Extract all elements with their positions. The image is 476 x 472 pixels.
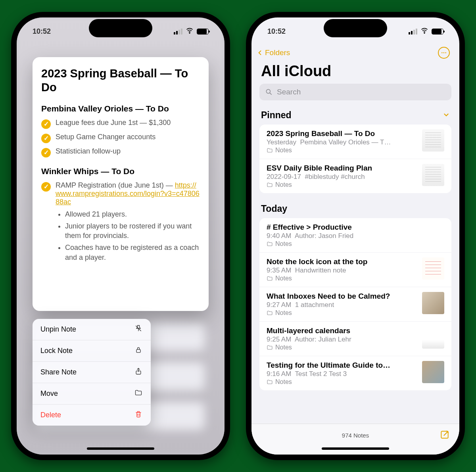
context-menu: Unpin Note Lock Note Share Note Move [33, 319, 151, 426]
share-icon [134, 367, 143, 377]
search-input[interactable]: Search [259, 84, 451, 100]
home-indicator[interactable] [87, 447, 154, 450]
checklist-item: ✓Statistician follow-up [41, 145, 200, 159]
note-row[interactable]: What Inboxes Need to be Calmed?9:27 AM 1… [259, 287, 451, 322]
checklist-item: ✓Setup Game Changer accounts [41, 131, 200, 145]
menu-move[interactable]: Move [33, 383, 151, 405]
check-icon: ✓ [41, 182, 51, 192]
svg-point-7 [266, 89, 270, 93]
note-row-folder: Notes [267, 378, 416, 386]
note-row[interactable]: Testing for the Ultimate Guide to…9:16 A… [259, 356, 451, 390]
note-row-folder: Notes [267, 181, 416, 188]
section-heading: Pembina Valley Orioles — To Do [41, 104, 200, 113]
compose-button[interactable] [440, 430, 450, 441]
check-icon: ✓ [41, 119, 51, 129]
note-title: 2023 Spring Baseball — To Do [41, 67, 200, 94]
nav-bar: Folders [251, 45, 459, 61]
svg-rect-1 [136, 349, 140, 353]
note-thumbnail [422, 292, 444, 314]
page-title: All iCloud [251, 61, 459, 84]
folder-icon [134, 389, 143, 399]
note-row-title: 2023 Spring Baseball — To Do [267, 129, 416, 138]
note-row-subtitle: 2022-09-17 #biblestudy #church [267, 173, 416, 181]
svg-point-5 [443, 52, 445, 54]
cellular-icon [174, 29, 182, 35]
note-thumbnail [422, 257, 444, 280]
note-row-subtitle: 9:27 AM 1 attachment [267, 301, 416, 309]
note-thumbnail [422, 361, 444, 383]
search-icon [265, 88, 273, 96]
checklist-item: ✓ RAMP Registration (due June 1st) — htt… [41, 179, 200, 208]
check-icon: ✓ [41, 148, 51, 157]
battery-icon [432, 29, 443, 35]
section-pinned[interactable]: Pinned [251, 106, 459, 123]
note-row[interactable]: 2023 Spring Baseball — To DoYesterday Pe… [259, 125, 451, 159]
menu-lock[interactable]: Lock Note [33, 340, 151, 362]
note-row-folder: Notes [267, 240, 444, 248]
note-row-subtitle: 9:40 AM Author: Jason Fried [267, 232, 444, 240]
cellular-icon [409, 29, 417, 35]
section-today: Today [251, 200, 459, 217]
note-row-subtitle: Yesterday Pembina Valley Orioles — T… [267, 138, 416, 146]
check-icon: ✓ [41, 134, 51, 143]
note-row-title: Testing for the Ultimate Guide to… [267, 361, 416, 370]
status-time: 10:52 [33, 27, 51, 36]
phone-left: 10:52 2023 Spring Baseball — To Do Pembi… [11, 12, 230, 460]
menu-unpin[interactable]: Unpin Note [33, 319, 151, 340]
note-row-folder: Notes [267, 274, 416, 282]
svg-point-6 [445, 52, 446, 54]
today-notes-list: # Effective > Productive9:40 AM Author: … [259, 218, 451, 390]
back-button[interactable]: Folders [257, 48, 290, 57]
svg-point-0 [189, 33, 190, 33]
chevron-down-icon [443, 110, 450, 121]
more-button[interactable] [438, 47, 450, 59]
status-time: 10:52 [267, 27, 286, 36]
sub-bullets: Allowed 21 players. Junior players to be… [41, 208, 200, 263]
note-row-folder: Notes [267, 343, 416, 351]
note-row-subtitle: 9:25 AM Author: Julian Lehr [267, 335, 416, 343]
note-row[interactable]: ESV Daily Bible Reading Plan2022-09-17 #… [259, 159, 451, 193]
note-row-title: Multi-layered calendars [267, 326, 416, 335]
unpin-icon [134, 324, 143, 334]
menu-delete[interactable]: Delete [33, 405, 151, 426]
svg-point-4 [441, 52, 443, 54]
svg-point-3 [424, 33, 425, 33]
note-row-folder: Notes [267, 309, 416, 317]
battery-icon [197, 29, 209, 35]
note-thumbnail [422, 326, 444, 349]
note-row-subtitle: 9:35 AM Handwritten note [267, 266, 416, 274]
dynamic-island [89, 19, 152, 37]
menu-share[interactable]: Share Note [33, 362, 151, 383]
note-row-folder: Notes [267, 146, 416, 154]
phone-right: 10:52 Folders All iCloud Search [246, 12, 465, 460]
note-row[interactable]: Note the lock icon at the top9:35 AM Han… [259, 253, 451, 287]
note-preview-card[interactable]: 2023 Spring Baseball — To Do Pembina Val… [33, 57, 209, 311]
trash-icon [134, 410, 143, 420]
note-row-title: # Effective > Productive [267, 223, 444, 232]
lock-icon [134, 346, 143, 356]
note-row-title: What Inboxes Need to be Calmed? [267, 292, 416, 301]
note-row-subtitle: 9:16 AM Test Test 2 Test 3 [267, 370, 416, 378]
note-count: 974 Notes [342, 432, 369, 439]
pinned-notes-list: 2023 Spring Baseball — To DoYesterday Pe… [259, 125, 451, 193]
wifi-icon [420, 27, 428, 36]
note-row-title: ESV Daily Bible Reading Plan [267, 164, 416, 173]
home-indicator[interactable] [322, 447, 389, 450]
checklist-item: ✓League fees due June 1st — $1,300 [41, 117, 200, 131]
note-row-title: Note the lock icon at the top [267, 257, 416, 266]
note-thumbnail [422, 129, 444, 152]
note-thumbnail [422, 164, 444, 186]
bottom-toolbar: 974 Notes [251, 424, 459, 455]
section-heading: Winkler Whips — To Do [41, 167, 200, 176]
note-row[interactable]: Multi-layered calendars9:25 AM Author: J… [259, 322, 451, 356]
note-row[interactable]: # Effective > Productive9:40 AM Author: … [259, 218, 451, 253]
dynamic-island [324, 19, 387, 37]
wifi-icon [186, 27, 194, 36]
